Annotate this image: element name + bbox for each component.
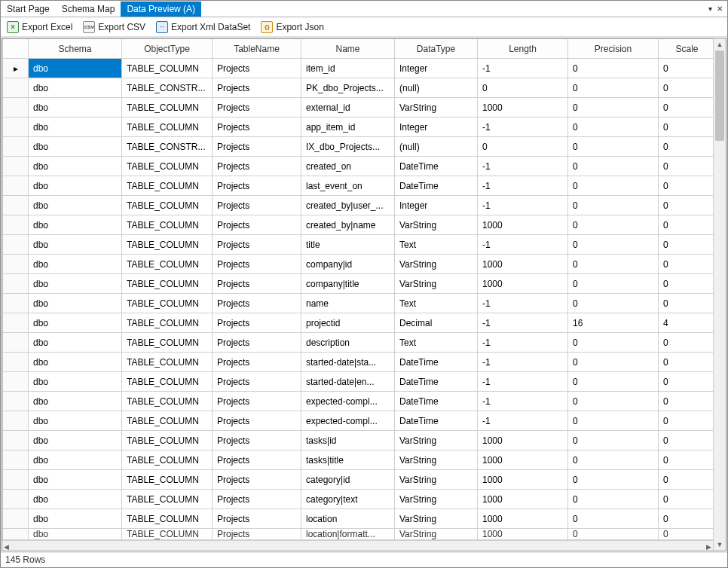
cell-precision[interactable]: 0	[568, 78, 659, 98]
col-scale[interactable]: Scale	[659, 39, 714, 59]
cell-tableName[interactable]: Projects	[213, 353, 301, 372]
cell-name[interactable]: company|title	[301, 274, 395, 294]
cell-length[interactable]: -1	[478, 118, 568, 137]
cell-schema[interactable]: dbo	[29, 529, 122, 540]
cell-scale[interactable]: 0	[659, 392, 714, 411]
cell-dataType[interactable]: VarString	[395, 509, 478, 529]
cell-objectType[interactable]: TABLE_COLUMN	[122, 431, 213, 450]
tab-start-page[interactable]: Start Page	[1, 2, 56, 17]
cell-scale[interactable]: 0	[659, 411, 714, 431]
cell-schema[interactable]: dbo	[29, 274, 122, 294]
cell-scale[interactable]: 0	[659, 59, 714, 78]
cell-objectType[interactable]: TABLE_COLUMN	[122, 411, 213, 431]
cell-precision[interactable]: 0	[568, 353, 659, 372]
cell-schema[interactable]: dbo	[29, 294, 122, 313]
cell-name[interactable]: expected-compl...	[301, 411, 395, 431]
cell-schema[interactable]: dbo	[29, 98, 122, 118]
cell-name[interactable]: name	[301, 294, 395, 313]
cell-objectType[interactable]: TABLE_COLUMN	[122, 235, 213, 255]
cell-schema[interactable]: dbo	[29, 470, 122, 490]
cell-precision[interactable]: 0	[568, 529, 659, 540]
table-row[interactable]: dboTABLE_COLUMNProjectslocationVarString…	[3, 509, 714, 529]
cell-length[interactable]: 1000	[478, 509, 568, 529]
table-row[interactable]: dboTABLE_CONSTR...ProjectsIX_dbo_Project…	[3, 137, 714, 157]
cell-scale[interactable]: 0	[659, 353, 714, 372]
cell-name[interactable]: expected-compl...	[301, 392, 395, 411]
cell-scale[interactable]: 0	[659, 450, 714, 470]
close-icon[interactable]: ✕	[715, 5, 724, 13]
cell-length[interactable]: -1	[478, 196, 568, 215]
cell-scale[interactable]: 0	[659, 235, 714, 255]
cell-scale[interactable]: 0	[659, 176, 714, 196]
cell-precision[interactable]: 0	[568, 431, 659, 450]
cell-tableName[interactable]: Projects	[213, 529, 301, 540]
cell-dataType[interactable]: Text	[395, 294, 478, 313]
cell-schema[interactable]: dbo	[29, 78, 122, 98]
cell-tableName[interactable]: Projects	[213, 392, 301, 411]
cell-dataType[interactable]: VarString	[395, 274, 478, 294]
cell-objectType[interactable]: TABLE_COLUMN	[122, 176, 213, 196]
cell-dataType[interactable]: (null)	[395, 78, 478, 98]
table-row[interactable]: dboTABLE_COLUMNProjectsstarted-date|sta.…	[3, 353, 714, 372]
cell-precision[interactable]: 0	[568, 137, 659, 157]
cell-precision[interactable]: 0	[568, 509, 659, 529]
cell-precision[interactable]: 0	[568, 274, 659, 294]
cell-precision[interactable]: 16	[568, 313, 659, 333]
cell-dataType[interactable]: DateTime	[395, 372, 478, 392]
cell-tableName[interactable]: Projects	[213, 157, 301, 176]
col-schema[interactable]: Schema	[29, 39, 122, 59]
vertical-scrollbar[interactable]: ▲ ▼	[713, 38, 726, 551]
cell-schema[interactable]: dbo	[29, 353, 122, 372]
cell-schema[interactable]: dbo	[29, 431, 122, 450]
cell-schema[interactable]: dbo	[29, 372, 122, 392]
cell-name[interactable]: tasks|title	[301, 450, 395, 470]
cell-precision[interactable]: 0	[568, 118, 659, 137]
cell-dataType[interactable]: Integer	[395, 59, 478, 78]
scroll-up-icon[interactable]: ▲	[714, 38, 726, 50]
table-row[interactable]: dboTABLE_COLUMNProjectscompany|idVarStri…	[3, 255, 714, 274]
cell-dataType[interactable]: VarString	[395, 215, 478, 235]
cell-length[interactable]: 1000	[478, 215, 568, 235]
cell-length[interactable]: 1000	[478, 255, 568, 274]
cell-schema[interactable]: dbo	[29, 215, 122, 235]
cell-name[interactable]: PK_dbo_Projects...	[301, 78, 395, 98]
table-row[interactable]: dboTABLE_COLUMNProjectscategory|textVarS…	[3, 490, 714, 509]
cell-name[interactable]: created_on	[301, 157, 395, 176]
cell-schema[interactable]: dbo	[29, 392, 122, 411]
export-json-button[interactable]: {} Export Json	[258, 20, 326, 35]
cell-tableName[interactable]: Projects	[213, 59, 301, 78]
cell-schema[interactable]: dbo	[29, 490, 122, 509]
cell-dataType[interactable]: DateTime	[395, 353, 478, 372]
cell-schema[interactable]: dbo	[29, 196, 122, 215]
cell-name[interactable]: started-date|en...	[301, 372, 395, 392]
cell-objectType[interactable]: TABLE_CONSTR...	[122, 137, 213, 157]
scroll-right-icon[interactable]: ▶	[706, 543, 711, 551]
cell-name[interactable]: external_id	[301, 98, 395, 118]
table-row[interactable]: dboTABLE_COLUMNProjectscreated_by|user_.…	[3, 196, 714, 215]
cell-tableName[interactable]: Projects	[213, 196, 301, 215]
cell-tableName[interactable]: Projects	[213, 98, 301, 118]
cell-schema[interactable]: dbo	[29, 509, 122, 529]
cell-name[interactable]: app_item_id	[301, 118, 395, 137]
grid-table[interactable]: Schema ObjectType TableName Name DataTyp…	[2, 38, 713, 540]
cell-dataType[interactable]: VarString	[395, 255, 478, 274]
cell-objectType[interactable]: TABLE_COLUMN	[122, 215, 213, 235]
cell-precision[interactable]: 0	[568, 59, 659, 78]
cell-dataType[interactable]: VarString	[395, 431, 478, 450]
cell-objectType[interactable]: TABLE_COLUMN	[122, 529, 213, 540]
cell-precision[interactable]: 0	[568, 450, 659, 470]
cell-length[interactable]: -1	[478, 235, 568, 255]
cell-length[interactable]: -1	[478, 313, 568, 333]
cell-tableName[interactable]: Projects	[213, 78, 301, 98]
cell-scale[interactable]: 0	[659, 118, 714, 137]
cell-length[interactable]: -1	[478, 294, 568, 313]
cell-scale[interactable]: 0	[659, 157, 714, 176]
col-tablename[interactable]: TableName	[213, 39, 301, 59]
cell-length[interactable]: -1	[478, 392, 568, 411]
cell-name[interactable]: started-date|sta...	[301, 353, 395, 372]
cell-scale[interactable]: 0	[659, 294, 714, 313]
pin-icon[interactable]: ▾	[707, 5, 714, 13]
cell-scale[interactable]: 0	[659, 98, 714, 118]
cell-precision[interactable]: 0	[568, 392, 659, 411]
cell-tableName[interactable]: Projects	[213, 255, 301, 274]
